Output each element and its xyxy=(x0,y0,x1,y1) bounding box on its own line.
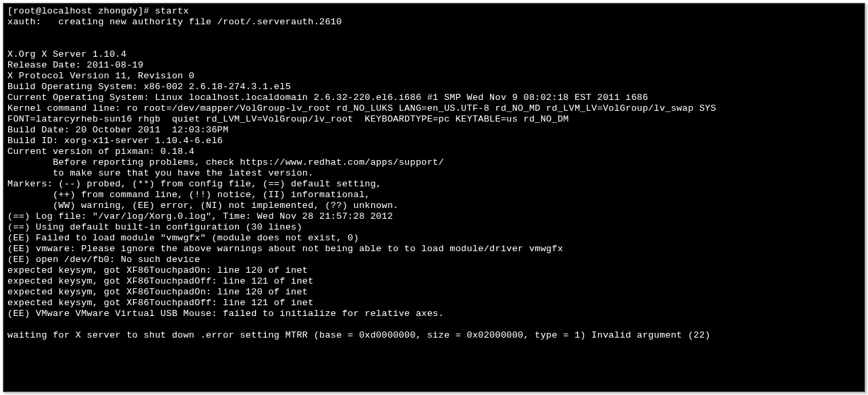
terminal-window[interactable]: [root@localhost zhongdy]# startx xauth: … xyxy=(3,3,865,392)
command-input: startx xyxy=(155,6,188,16)
terminal-output: xauth: creating new authority file /root… xyxy=(7,17,716,340)
shell-prompt: [root@localhost zhongdy]# xyxy=(7,6,155,16)
